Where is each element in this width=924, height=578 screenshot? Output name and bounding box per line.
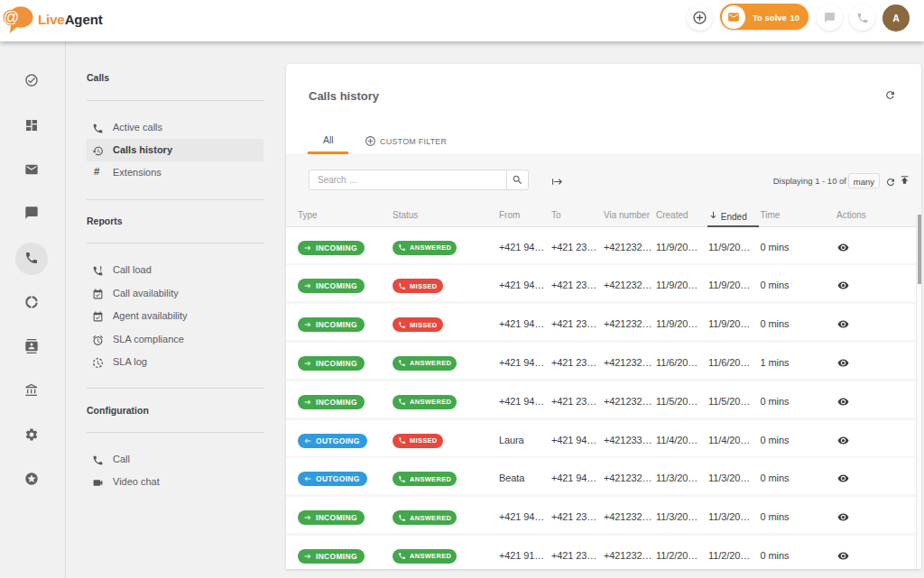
svg-text:@: @	[4, 8, 20, 26]
